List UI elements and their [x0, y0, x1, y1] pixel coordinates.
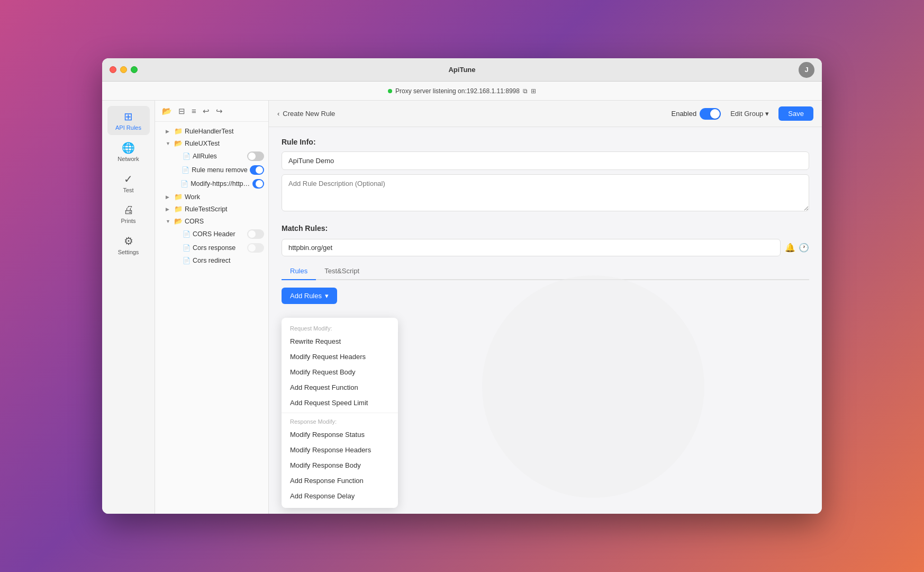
chevron-down-icon: ▼: [166, 219, 172, 224]
file-tree-toolbar: 📂 ⊟ ≡ ↩ ↪: [155, 101, 268, 122]
bell-icon[interactable]: 🔔: [785, 243, 795, 253]
sidebar-item-api-rules[interactable]: ⊞ API Rules: [107, 106, 150, 135]
sidebar-item-label-test: Test: [123, 187, 133, 193]
tab-rules[interactable]: Rules: [282, 263, 316, 280]
clock-icon[interactable]: 🕐: [799, 243, 809, 253]
tree-item-rule-ux-test[interactable]: ▼ 📂 RuleUXTest: [155, 137, 268, 149]
copy-icon[interactable]: ⧉: [523, 87, 528, 95]
modify-https-toggle[interactable]: [252, 179, 264, 189]
chevron-down-icon: ▾: [325, 292, 329, 300]
close-button[interactable]: [110, 66, 116, 73]
dropdown-item-modify-request-headers[interactable]: Modify Request Headers: [282, 349, 398, 364]
dropdown-item-add-request-function[interactable]: Add Request Function: [282, 380, 398, 395]
file-icon: 📄: [183, 244, 191, 252]
chevron-down-icon: ▼: [166, 141, 172, 146]
sidebar-item-prints[interactable]: 🖨 Prints: [107, 200, 150, 228]
folder-icon: 📂: [174, 139, 183, 147]
sidebar-item-network[interactable]: 🌐 Network: [107, 137, 150, 166]
back-button[interactable]: ‹ Create New Rule: [277, 110, 335, 118]
status-text: Proxy server listening on:192.168.1.11:8…: [395, 87, 520, 95]
match-input[interactable]: [282, 239, 781, 256]
tree-item-label: Work: [185, 193, 200, 201]
list-icon[interactable]: ≡: [190, 105, 198, 117]
tree-item-rule-test-script[interactable]: ▶ 📁 RuleTestScript: [155, 203, 268, 215]
rule-info-label: Rule Info:: [282, 138, 809, 146]
content-body: Rule Info: Match Rules: 🔔 🕐: [269, 127, 822, 514]
prints-icon: 🖨: [123, 204, 134, 216]
tree-item-modify-https[interactable]: 📄 Modify-https://httpbin.org/pa...: [155, 177, 268, 191]
edit-group-label: Edit Group: [730, 110, 763, 118]
match-rules-section: Match Rules: 🔔 🕐 Rules Test&Script: [282, 224, 809, 304]
tree-item-work[interactable]: ▶ 📁 Work: [155, 191, 268, 203]
save-button[interactable]: Save: [778, 106, 813, 121]
cors-response-toggle[interactable]: [247, 243, 264, 253]
enabled-toggle[interactable]: [700, 108, 721, 120]
rule-menu-remove-toggle[interactable]: [250, 165, 264, 175]
chevron-down-icon: ▾: [765, 110, 769, 118]
qr-icon[interactable]: ⊞: [531, 87, 536, 95]
tree-item-label: RuleUXTest: [185, 140, 220, 147]
match-icons: 🔔 🕐: [785, 243, 809, 253]
api-rules-icon: ⊞: [124, 110, 133, 123]
match-row: 🔔 🕐: [282, 239, 809, 256]
redo-icon[interactable]: ↪: [214, 105, 224, 118]
titlebar: ApiTune J: [102, 58, 822, 82]
sidebar-item-settings[interactable]: ⚙ Settings: [107, 230, 150, 260]
tree-item-all-rules[interactable]: 📄 AllRules: [155, 149, 268, 163]
enabled-toggle-container: Enabled: [671, 108, 721, 120]
tree-item-rule-handler-test[interactable]: ▶ 📁 RuleHandlerTest: [155, 125, 268, 137]
minimize-button[interactable]: [120, 66, 127, 73]
tree-item-label: Modify-https://httpbin.org/pa...: [191, 180, 250, 187]
folder-icon: 📂: [174, 217, 183, 225]
maximize-button[interactable]: [131, 66, 138, 73]
dropdown-item-modify-request-body[interactable]: Modify Request Body: [282, 364, 398, 380]
sidebar-item-label-prints: Prints: [121, 218, 135, 224]
settings-icon: ⚙: [124, 235, 133, 247]
main-area: ⊞ API Rules 🌐 Network ✓ Test 🖨 Prints ⚙ …: [102, 101, 822, 514]
add-rules-button[interactable]: Add Rules ▾: [282, 288, 337, 304]
file-icon: 📄: [180, 180, 188, 187]
circle-overlay: [482, 275, 704, 498]
file-icon: 📄: [182, 166, 189, 174]
tree-item-cors[interactable]: ▼ 📂 CORS: [155, 215, 268, 227]
sidebar: ⊞ API Rules 🌐 Network ✓ Test 🖨 Prints ⚙ …: [102, 101, 155, 514]
tab-test-script[interactable]: Test&Script: [316, 263, 368, 280]
dropdown-item-modify-response-body[interactable]: Modify Response Body: [282, 458, 398, 473]
undo-icon[interactable]: ↩: [201, 105, 211, 118]
folder-icon: 📁: [174, 127, 183, 135]
dropdown-menu: Request Modify: Rewrite Request Modify R…: [282, 318, 398, 508]
status-dot: [388, 89, 392, 93]
dropdown-item-add-response-delay[interactable]: Add Response Delay: [282, 488, 398, 504]
tree-item-label: RuleTestScript: [185, 205, 228, 213]
match-rules-label: Match Rules:: [282, 224, 809, 233]
open-folder-icon[interactable]: 📂: [160, 105, 174, 118]
dropdown-divider: [282, 413, 398, 413]
dropdown-item-modify-response-status[interactable]: Modify Response Status: [282, 427, 398, 442]
back-label: Create New Rule: [283, 110, 335, 118]
network-icon: 🌐: [122, 141, 135, 154]
dropdown-item-add-response-function[interactable]: Add Response Function: [282, 473, 398, 488]
tree-item-rule-menu-remove[interactable]: 📄 Rule menu remove: [155, 163, 268, 177]
tree-item-cors-header[interactable]: 📄 CORS Header: [155, 227, 268, 241]
sidebar-item-label-network: Network: [117, 156, 139, 162]
tree-item-cors-redirect[interactable]: 📄 Cors redirect: [155, 255, 268, 266]
chevron-right-icon: ▶: [166, 129, 172, 134]
tabs: Rules Test&Script: [282, 263, 809, 280]
columns-icon[interactable]: ⊟: [177, 105, 187, 118]
file-tree-panel: 📂 ⊟ ≡ ↩ ↪ ▶ 📁 RuleHandlerTest ▼ 📂 RuleUX…: [155, 101, 269, 514]
dropdown-item-modify-response-headers[interactable]: Modify Response Headers: [282, 442, 398, 458]
rule-desc-input[interactable]: [282, 174, 809, 211]
all-rules-toggle[interactable]: [247, 151, 264, 161]
cors-header-toggle[interactable]: [247, 229, 264, 239]
content-area: ‹ Create New Rule Enabled Edit Group ▾ S…: [269, 101, 822, 514]
file-icon: 📄: [183, 257, 191, 264]
dropdown-item-rewrite-request[interactable]: Rewrite Request: [282, 334, 398, 349]
back-arrow-icon: ‹: [277, 110, 279, 118]
sidebar-item-test[interactable]: ✓ Test: [107, 168, 150, 198]
tree-item-cors-response[interactable]: 📄 Cors response: [155, 241, 268, 255]
app-title: ApiTune: [448, 66, 475, 74]
dropdown-item-add-request-speed-limit[interactable]: Add Request Speed Limit: [282, 395, 398, 410]
avatar[interactable]: J: [799, 62, 814, 78]
rule-name-input[interactable]: [282, 151, 809, 170]
edit-group-button[interactable]: Edit Group ▾: [726, 108, 773, 120]
